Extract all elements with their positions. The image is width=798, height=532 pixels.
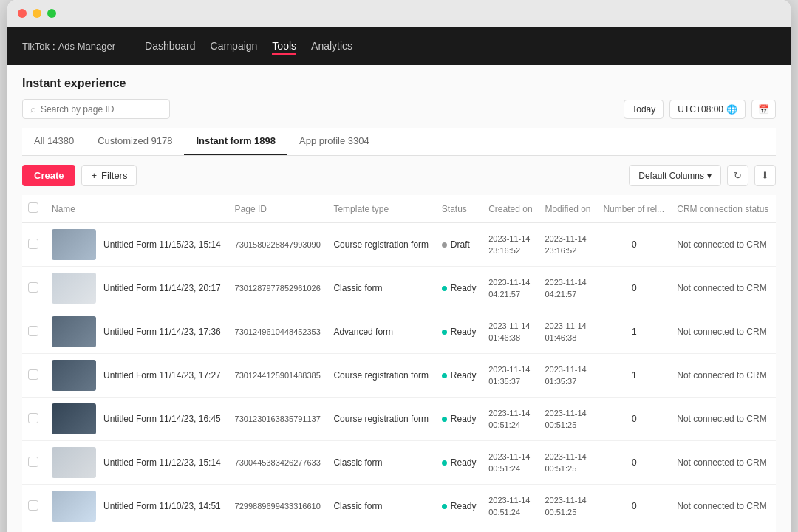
- row-status: Ready: [436, 267, 482, 310]
- globe-icon: 🌐: [726, 104, 737, 115]
- col-rel: Number of rel...: [597, 195, 671, 223]
- search-input[interactable]: [41, 104, 162, 115]
- form-name: Untitled Form 11/12/23, 15:14: [103, 457, 221, 468]
- status-label: Ready: [451, 414, 477, 424]
- row-created: 2023-11-1401:35:37: [482, 354, 539, 398]
- row-rel-count: 0: [597, 398, 671, 441]
- timezone-label: UTC+08:00: [678, 104, 723, 115]
- nav-tools[interactable]: Tools: [272, 37, 296, 55]
- table-row: Untitled Form 11/14/23, 20:17 7301287977…: [22, 267, 776, 310]
- nav-analytics[interactable]: Analytics: [311, 37, 352, 55]
- row-checkbox-0[interactable]: [28, 239, 38, 249]
- row-rel-count: 1: [597, 354, 671, 398]
- today-button[interactable]: Today: [624, 100, 664, 119]
- row-page-id: 7301287977852961026: [229, 267, 328, 310]
- row-page-id: 7301244125901488385: [229, 354, 328, 398]
- columns-label: Default Columns: [638, 171, 704, 181]
- close-dot[interactable]: [18, 9, 27, 18]
- status-label: Draft: [451, 239, 470, 250]
- filters-button[interactable]: + Filters: [81, 165, 137, 186]
- app-window: TikTok: Ads Manager Dashboard Campaign T…: [7, 0, 791, 532]
- row-status: Ready: [436, 354, 482, 398]
- row-page-id: 7301230163835791137: [229, 398, 328, 441]
- refresh-icon: ↻: [734, 170, 742, 181]
- tab-all[interactable]: All 14380: [22, 128, 86, 155]
- timezone-button[interactable]: UTC+08:00 🌐: [669, 100, 746, 119]
- row-created: 2023-11-1423:16:52: [482, 223, 539, 267]
- col-modified: Modified on: [539, 195, 597, 223]
- brand-colon: :: [52, 41, 55, 52]
- row-status: Ready: [436, 485, 482, 528]
- table-row: Untitled Form 11/10/23, 14:51 7299718044…: [22, 528, 776, 533]
- row-checkbox-cell: [22, 528, 46, 533]
- row-status: Ready: [436, 528, 482, 533]
- brand-logo: TikTok: Ads Manager: [22, 41, 115, 52]
- row-crm-status: Not connected to CRM: [671, 398, 776, 441]
- row-page-id: 7299889699433316610: [229, 485, 328, 528]
- form-thumbnail: [52, 403, 96, 434]
- titlebar: [7, 0, 791, 27]
- form-thumbnail: [52, 447, 96, 478]
- status-label: Ready: [451, 283, 477, 293]
- tab-customized[interactable]: Customized 9178: [86, 128, 184, 155]
- download-button[interactable]: ⬇: [754, 165, 776, 186]
- forms-table: Name Page ID Template type Status Create…: [22, 195, 776, 532]
- status-label: Ready: [451, 327, 477, 337]
- row-rel-count: 0: [597, 223, 671, 267]
- row-checkbox-2[interactable]: [28, 326, 38, 336]
- form-name: Untitled Form 11/14/23, 17:36: [103, 327, 221, 337]
- brand-name: TikTok: [22, 41, 50, 52]
- row-created: 2023-11-1400:51:24: [482, 441, 539, 485]
- row-created: 2023-11-1404:21:57: [482, 267, 539, 310]
- maximize-dot[interactable]: [47, 9, 56, 18]
- header-checkbox[interactable]: [28, 202, 38, 213]
- columns-button[interactable]: Default Columns ▾: [629, 165, 721, 186]
- row-crm-status: Not connected to CRM: [671, 528, 776, 533]
- right-actions: Default Columns ▾ ↻ ⬇: [629, 165, 776, 186]
- row-page-id: 7301580228847993090: [229, 223, 328, 267]
- row-template: Classic form: [327, 267, 435, 310]
- tab-instant-form[interactable]: Instant form 1898: [184, 128, 287, 155]
- form-thumbnail: [52, 273, 96, 304]
- tab-app-profile[interactable]: App profile 3304: [287, 128, 381, 155]
- row-crm-status: Not connected to CRM: [671, 485, 776, 528]
- row-crm-status: Not connected to CRM: [671, 441, 776, 485]
- row-page-id: 7300445383426277633: [229, 441, 328, 485]
- row-checkbox-6[interactable]: [28, 500, 38, 511]
- refresh-button[interactable]: ↻: [727, 165, 748, 186]
- header-checkbox-cell: [22, 195, 46, 223]
- top-toolbar: ⌕ Today UTC+08:00 🌐 📅: [22, 99, 776, 119]
- col-page-id: Page ID: [229, 195, 328, 223]
- row-crm-status: Not connected to CRM: [671, 310, 776, 354]
- form-thumbnail: [52, 491, 96, 522]
- row-name-cell: Untitled Form 11/14/23, 17:36: [46, 310, 229, 354]
- table-container: Name Page ID Template type Status Create…: [22, 195, 776, 532]
- calendar-icon: 📅: [758, 104, 769, 115]
- col-status: Status: [436, 195, 482, 223]
- row-status: Ready: [436, 310, 482, 354]
- status-dot: [442, 504, 447, 509]
- create-button[interactable]: Create: [22, 165, 75, 186]
- search-box[interactable]: ⌕: [22, 99, 170, 119]
- page-title: Instant experience: [22, 77, 776, 90]
- main-nav: Dashboard Campaign Tools Analytics: [145, 37, 352, 55]
- minimize-dot[interactable]: [33, 9, 41, 18]
- row-page-id: 7301249610448452353: [229, 310, 328, 354]
- left-actions: Create + Filters: [22, 165, 137, 186]
- row-checkbox-5[interactable]: [28, 457, 38, 467]
- navbar: TikTok: Ads Manager Dashboard Campaign T…: [7, 27, 791, 65]
- nav-campaign[interactable]: Campaign: [211, 37, 258, 55]
- nav-dashboard[interactable]: Dashboard: [145, 37, 196, 55]
- col-template: Template type: [327, 195, 435, 223]
- row-checkbox-1[interactable]: [28, 282, 38, 293]
- row-modified: 2023-11-0922:55:32: [539, 528, 597, 533]
- row-rel-count: 0: [597, 267, 671, 310]
- row-modified: 2023-11-1401:35:37: [539, 354, 597, 398]
- download-icon: ⬇: [761, 170, 769, 181]
- table-body: Untitled Form 11/15/23, 15:14 7301580228…: [22, 223, 776, 533]
- calendar-button[interactable]: 📅: [751, 100, 776, 119]
- row-checkbox-3[interactable]: [28, 369, 38, 380]
- form-name: Untitled Form 11/15/23, 15:14: [103, 239, 221, 250]
- row-checkbox-4[interactable]: [28, 413, 38, 423]
- row-status: Ready: [436, 441, 482, 485]
